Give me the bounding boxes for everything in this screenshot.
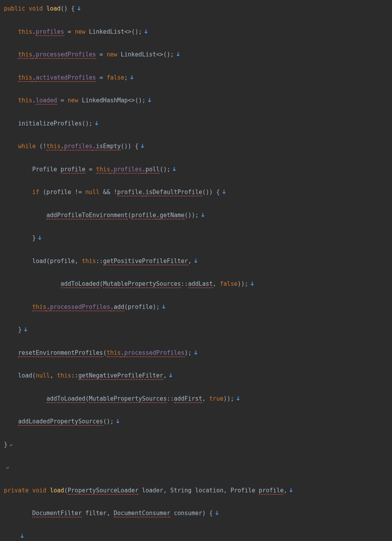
token: } xyxy=(18,326,22,333)
token: addToLoaded xyxy=(46,395,85,403)
code-line[interactable]: addProfileToEnvironment(profile.getName(… xyxy=(2,210,392,221)
code-line[interactable] xyxy=(2,462,392,473)
token: true xyxy=(209,395,223,402)
token: (); xyxy=(160,166,170,173)
code-line[interactable]: this.loaded = new LinkedHashMap<>(); xyxy=(2,95,392,106)
token: , xyxy=(283,487,287,494)
token: . xyxy=(32,97,36,104)
eol-arrow-icon xyxy=(172,167,177,172)
code-line[interactable]: Profile profile = this.profiles.poll(); xyxy=(2,164,392,175)
token: . xyxy=(32,51,36,59)
eol-arrow-icon xyxy=(221,189,227,194)
code-line[interactable]: DocumentFilter filter, DocumentConsumer … xyxy=(2,508,392,519)
token: new xyxy=(75,28,85,35)
token: if xyxy=(32,189,39,196)
code-line[interactable]: private void load(PropertySourceLoader l… xyxy=(2,485,392,496)
token: } xyxy=(4,441,7,448)
token: new xyxy=(68,97,78,104)
token: ()) { xyxy=(121,143,138,150)
eol-arrow-icon xyxy=(76,6,82,11)
token: load( xyxy=(18,372,36,379)
token: . xyxy=(142,166,145,174)
token: addFirst xyxy=(174,395,202,403)
token: ( xyxy=(85,395,89,402)
token: isEmpty xyxy=(96,143,121,151)
code-line[interactable]: addLoadedPropertySources(); xyxy=(2,416,392,427)
token: . xyxy=(93,143,96,151)
token xyxy=(25,5,29,12)
token: addLast xyxy=(188,280,213,288)
token: isDefaultProfile xyxy=(145,189,202,196)
token: poll xyxy=(145,166,160,174)
code-line[interactable]: } xyxy=(2,324,392,336)
token: profiles xyxy=(114,166,142,174)
eol-arrow-icon xyxy=(129,75,134,80)
code-line[interactable]: addToLoaded(MutablePropertySources::addL… xyxy=(2,278,392,290)
token: getNegativeProfileFilter xyxy=(78,372,163,380)
eol-arrow-icon xyxy=(140,143,145,149)
eol-arrow-icon xyxy=(236,396,241,401)
eol-arrow-icon xyxy=(23,327,28,332)
code-line[interactable]: this.processedProfiles = new LinkedList<… xyxy=(2,49,392,60)
token: ; xyxy=(124,74,128,81)
token: , xyxy=(50,372,57,379)
token: :: xyxy=(181,280,188,287)
token: . xyxy=(142,189,145,196)
code-line[interactable] xyxy=(2,531,392,541)
token: )); xyxy=(238,280,248,287)
token: LinkedList<>(); xyxy=(117,51,174,58)
code-line[interactable]: load(null, this::getNegativeProfileFilte… xyxy=(2,370,392,381)
code-line[interactable]: if (profile != null && !profile.isDefaul… xyxy=(2,187,392,198)
token: profile xyxy=(131,212,156,220)
token: profile xyxy=(61,166,85,174)
token: profile xyxy=(259,487,283,495)
code-line[interactable]: public void load() { xyxy=(2,3,392,15)
token: = xyxy=(96,74,107,81)
token: void xyxy=(29,5,43,12)
code-line[interactable]: } xyxy=(2,232,392,244)
token: (profile != xyxy=(39,189,85,196)
code-line[interactable]: this.activatedProfiles = false; xyxy=(2,72,392,84)
code-editor[interactable]: public void load() { this.profiles = new… xyxy=(0,0,392,541)
token: this xyxy=(96,166,110,174)
eol-arrow-icon xyxy=(250,281,255,286)
token: getPositiveProfileFilter xyxy=(103,258,188,265)
token: processedProfiles xyxy=(36,51,96,59)
token: private xyxy=(4,487,29,494)
eol-arrow-icon xyxy=(168,373,173,378)
code-line[interactable]: addToLoaded(MutablePropertySources::addF… xyxy=(2,393,392,405)
eol-arrow-icon xyxy=(193,350,198,355)
code-line[interactable]: resetEnvironmentProfiles(this.processedP… xyxy=(2,347,392,359)
token: filter, xyxy=(82,510,114,517)
code-line[interactable]: while (!this.profiles.isEmpty()) { xyxy=(2,141,392,152)
token: this xyxy=(107,349,121,357)
token: DocumentFilter xyxy=(32,510,82,517)
token: loader, String location, Profile xyxy=(138,487,259,494)
code-line[interactable]: initializeProfiles(); xyxy=(2,118,392,129)
eol-arrow-icon xyxy=(200,212,205,218)
code-line[interactable]: } xyxy=(2,439,392,450)
token: :: xyxy=(96,258,103,265)
code-line[interactable]: this.profiles = new LinkedList<>(); xyxy=(2,26,392,38)
eol-arrow-icon xyxy=(115,419,120,424)
token: LinkedHashMap<>(); xyxy=(78,97,146,104)
token: . xyxy=(32,74,36,82)
eol-arrow-icon xyxy=(193,258,198,263)
token: )); xyxy=(223,395,234,402)
token: ( xyxy=(128,212,131,219)
token: . xyxy=(61,143,64,151)
token: null xyxy=(36,372,50,379)
code-line[interactable]: this.processedProfiles.add(profile); xyxy=(2,301,392,313)
token: load(profile, xyxy=(32,258,82,265)
eol-arrow-icon xyxy=(147,98,152,103)
token: , xyxy=(188,258,192,265)
token: processedProfiles xyxy=(124,349,185,357)
code-line[interactable]: load(profile, this::getPositiveProfileFi… xyxy=(2,256,392,267)
token: ( xyxy=(103,349,107,356)
token: MutablePropertySources xyxy=(103,280,181,288)
eol-return-icon xyxy=(9,443,13,447)
token: ( xyxy=(100,280,103,287)
token: () { xyxy=(61,5,75,12)
token: this xyxy=(32,303,46,311)
token: false xyxy=(220,280,238,287)
